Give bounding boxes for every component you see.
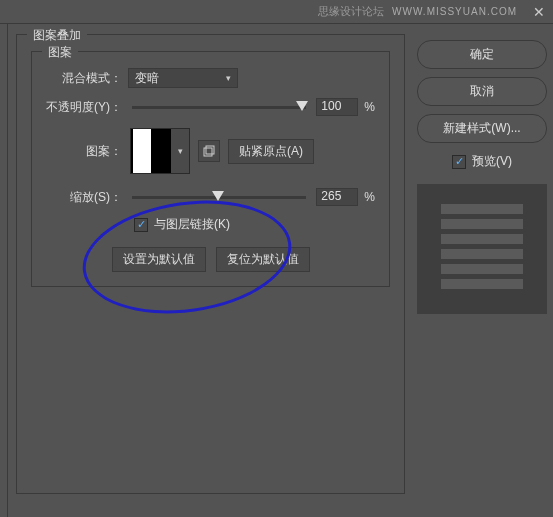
- check-icon: [455, 155, 464, 168]
- scale-slider[interactable]: [132, 196, 306, 199]
- sidebar: 确定 取消 新建样式(W)... 预览(V): [417, 34, 547, 494]
- preview-stripe: [441, 219, 523, 229]
- pattern-overlay-panel: 图案叠加 图案 混合模式： 变暗 ▾ 不透明度(Y)： 100 % 图案：: [16, 34, 405, 494]
- check-icon: [137, 218, 146, 231]
- cancel-button[interactable]: 取消: [417, 77, 547, 106]
- pattern-label: 图案：: [46, 143, 122, 160]
- link-layer-checkbox[interactable]: [134, 218, 148, 232]
- panel-title: 图案叠加: [27, 27, 87, 44]
- pattern-inner-panel: 图案 混合模式： 变暗 ▾ 不透明度(Y)： 100 % 图案：: [31, 51, 390, 287]
- site-name: 思缘设计论坛: [318, 4, 384, 19]
- preview-stripe: [441, 249, 523, 259]
- header-bar: 思缘设计论坛 WWW.MISSYUAN.COM ✕: [0, 0, 553, 24]
- blend-mode-value: 变暗: [135, 70, 159, 87]
- ok-button[interactable]: 确定: [417, 40, 547, 69]
- scale-percent: %: [364, 190, 375, 204]
- new-style-button[interactable]: 新建样式(W)...: [417, 114, 547, 143]
- opacity-label: 不透明度(Y)：: [46, 99, 122, 116]
- snap-origin-button[interactable]: 贴紧原点(A): [228, 139, 314, 164]
- site-url: WWW.MISSYUAN.COM: [392, 6, 517, 17]
- scale-input[interactable]: 265: [316, 188, 358, 206]
- close-icon[interactable]: ✕: [533, 4, 545, 20]
- preview-label: 预览(V): [472, 153, 512, 170]
- new-pattern-icon[interactable]: [198, 140, 220, 162]
- preview-stripe: [441, 279, 523, 289]
- preview-checkbox[interactable]: [452, 155, 466, 169]
- preview-stripe: [441, 264, 523, 274]
- reset-default-button[interactable]: 复位为默认值: [216, 247, 310, 272]
- set-default-button[interactable]: 设置为默认值: [112, 247, 206, 272]
- pattern-swatch-stripe: [133, 129, 151, 173]
- opacity-percent: %: [364, 100, 375, 114]
- inner-title: 图案: [42, 44, 78, 61]
- chevron-down-icon: ▾: [226, 73, 231, 83]
- opacity-slider[interactable]: [132, 106, 306, 109]
- preview-thumbnail: [417, 184, 547, 314]
- preview-check-row: 预览(V): [417, 153, 547, 170]
- svg-rect-0: [204, 148, 212, 156]
- opacity-input[interactable]: 100: [316, 98, 358, 116]
- opacity-thumb[interactable]: [296, 101, 308, 111]
- pattern-picker[interactable]: ▾: [130, 128, 190, 174]
- chevron-down-icon: ▾: [171, 146, 189, 156]
- svg-rect-1: [206, 146, 214, 154]
- preview-stripe: [441, 204, 523, 214]
- scale-label: 缩放(S)：: [46, 189, 122, 206]
- link-layer-label: 与图层链接(K): [154, 216, 230, 233]
- pattern-swatch: [131, 129, 171, 173]
- blend-mode-label: 混合模式：: [46, 70, 122, 87]
- preview-stripe: [441, 234, 523, 244]
- scale-thumb[interactable]: [212, 191, 224, 201]
- left-divider: [0, 24, 8, 517]
- blend-mode-select[interactable]: 变暗 ▾: [128, 68, 238, 88]
